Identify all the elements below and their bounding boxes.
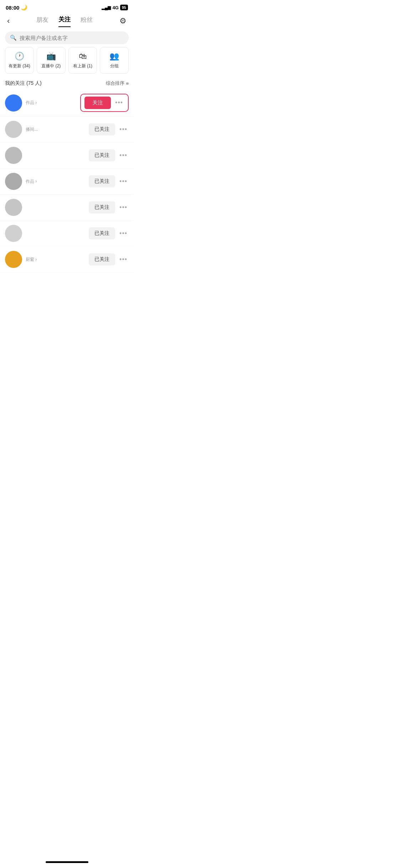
follow-header: 我的关注 (75 人) 综合排序 ≡ (0, 78, 134, 89)
sort-icon: ≡ (126, 81, 129, 86)
row-actions: 已关注 ••• (89, 253, 129, 265)
filter-card-new[interactable]: 🛍 有上新 (1) (68, 47, 97, 74)
user-info: 播间... (26, 126, 86, 133)
user-info: 作品 › (26, 179, 86, 185)
following-button[interactable]: 已关注 (89, 227, 115, 239)
following-button[interactable]: 已关注 (89, 123, 115, 135)
row-actions: 已关注 ••• (89, 175, 129, 187)
search-icon: 🔍 (10, 35, 17, 41)
following-button[interactable]: 已关注 (89, 175, 115, 187)
nav-bar: ‹ 朋友 关注 粉丝 ⚙ (0, 12, 134, 27)
user-desc: 厨窗 › (26, 257, 86, 263)
live-icon: 📺 (46, 52, 56, 61)
avatar (5, 121, 22, 138)
search-bar: 🔍 (5, 31, 129, 44)
battery-badge: 95 (120, 5, 128, 10)
filter-card-group[interactable]: 👥 分组 (100, 47, 129, 74)
filter-card-live[interactable]: 📺 直播中 (2) (37, 47, 66, 74)
user-desc: 作品 › (26, 179, 86, 185)
moon-icon: 🌙 (21, 4, 27, 11)
avatar (5, 199, 22, 216)
row-actions: 已关注 ••• (89, 149, 129, 161)
status-right: ▂▄▆ 4G 95 (102, 5, 128, 10)
filter-label-live: 直播中 (2) (41, 63, 61, 69)
status-time: 08:00 🌙 (6, 4, 27, 11)
more-button[interactable]: ••• (118, 125, 129, 134)
more-button[interactable]: ••• (118, 151, 129, 160)
user-desc: 作品 › (26, 100, 77, 106)
avatar (5, 251, 22, 268)
user-desc: 播间... (26, 126, 86, 133)
follow-button[interactable]: 关注 (84, 97, 111, 109)
more-button[interactable]: ••• (118, 177, 129, 186)
user-info: 作品 › (26, 100, 77, 106)
highlight-box: 关注 ••• (80, 94, 129, 112)
avatar (5, 94, 22, 112)
filter-label-group: 分组 (110, 63, 119, 69)
user-row: 已关注 ••• (0, 221, 134, 247)
avatar (5, 173, 22, 190)
signal-icon: ▂▄▆ (102, 5, 111, 10)
filter-grid: 🕐 有更新 (34) 📺 直播中 (2) 🛍 有上新 (1) 👥 分组 (5, 47, 129, 74)
following-button[interactable]: 已关注 (89, 253, 115, 265)
filter-label-new: 有上新 (1) (73, 63, 92, 69)
user-list: 作品 › 关注 ••• 播间... 已关注 ••• 已关注 ••• (0, 89, 134, 273)
more-button[interactable]: ••• (118, 203, 129, 212)
follow-count: 我的关注 (75 人) (5, 80, 42, 87)
following-button[interactable]: 已关注 (89, 201, 115, 213)
user-row: 已关注 ••• (0, 195, 134, 221)
settings-button[interactable]: ⚙ (118, 15, 128, 27)
tab-following[interactable]: 关注 (58, 15, 71, 27)
following-button[interactable]: 已关注 (89, 149, 115, 161)
sort-button[interactable]: 综合排序 ≡ (106, 80, 129, 87)
tab-friends[interactable]: 朋友 (36, 16, 48, 27)
user-row: 播间... 已关注 ••• (0, 117, 134, 143)
filter-label-updates: 有更新 (34) (9, 63, 30, 69)
row-actions: 已关注 ••• (89, 227, 129, 239)
more-button[interactable]: ••• (118, 255, 129, 264)
more-button[interactable]: ••• (118, 229, 129, 238)
filter-card-updates[interactable]: 🕐 有更新 (34) (5, 47, 34, 74)
search-input[interactable] (20, 35, 124, 41)
network-label: 4G (112, 5, 118, 10)
shop-icon: 🛍 (79, 52, 87, 61)
row-actions: 已关注 ••• (89, 123, 129, 135)
user-row: 已关注 ••• (0, 143, 134, 169)
more-button[interactable]: ••• (114, 98, 124, 107)
user-row: 作品 › 关注 ••• (0, 89, 134, 117)
clock-icon: 🕐 (15, 52, 24, 61)
tab-fans[interactable]: 粉丝 (81, 16, 93, 27)
user-row: 作品 › 已关注 ••• (0, 169, 134, 195)
user-row: 厨窗 › 已关注 ••• (0, 247, 134, 273)
row-actions: 关注 ••• (80, 94, 129, 112)
avatar (5, 147, 22, 164)
row-actions: 已关注 ••• (89, 201, 129, 213)
group-icon: 👥 (109, 52, 119, 61)
status-bar: 08:00 🌙 ▂▄▆ 4G 95 (0, 0, 134, 12)
back-button[interactable]: ‹ (6, 15, 11, 27)
avatar (5, 225, 22, 242)
nav-tabs: 朋友 关注 粉丝 (11, 15, 118, 27)
user-info: 厨窗 › (26, 257, 86, 263)
